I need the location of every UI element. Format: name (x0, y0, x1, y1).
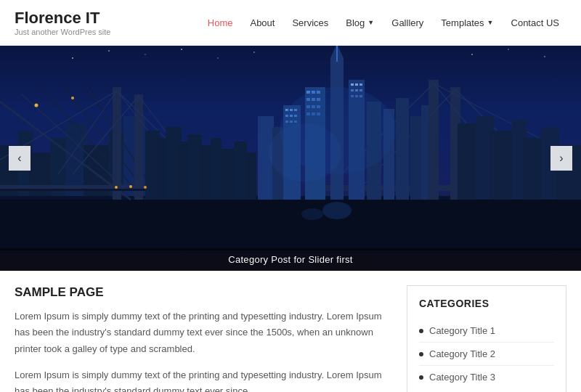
svg-point-109 (322, 202, 352, 219)
city-skyline (0, 46, 581, 250)
svg-point-108 (71, 97, 74, 99)
svg-rect-15 (113, 87, 121, 200)
svg-rect-24 (0, 189, 160, 191)
nav-item-blog[interactable]: Blog ▼ (338, 13, 381, 33)
hero-background (0, 46, 581, 271)
svg-point-97 (145, 54, 146, 56)
svg-rect-51 (355, 83, 358, 86)
svg-point-98 (181, 49, 182, 50)
site-branding: Florence IT Just another WordPres site (15, 9, 110, 36)
svg-rect-62 (410, 116, 422, 200)
svg-point-102 (508, 49, 509, 51)
content-paragraph-1: Lorem Ipsum is simply dummy text of the … (15, 309, 389, 356)
svg-rect-50 (351, 83, 354, 86)
svg-rect-25 (428, 80, 439, 200)
svg-rect-77 (211, 138, 222, 200)
nav-item-gallery[interactable]: Galllery (384, 13, 431, 33)
content-area: SAMPLE PAGE Lorem Ipsum is simply dummy … (15, 285, 407, 392)
bullet-icon-1 (419, 329, 423, 333)
main-content: SAMPLE PAGE Lorem Ipsum is simply dummy … (0, 271, 581, 392)
category-label-1: Category Title 1 (429, 325, 495, 336)
slider-prev-button[interactable]: ‹ (9, 146, 31, 171)
svg-rect-63 (421, 105, 428, 200)
site-tagline: Just another WordPres site (15, 28, 110, 36)
svg-point-94 (269, 123, 341, 181)
site-header: Florence IT Just another WordPres site H… (0, 0, 581, 46)
category-list: Category Title 1 Category Title 2 Catego… (419, 319, 554, 388)
svg-rect-79 (234, 142, 247, 200)
slider-caption: Category Post for Slider first (0, 248, 581, 271)
category-label-3: Category Title 3 (429, 372, 495, 383)
categories-sidebar: CATEGORIES Category Title 1 Category Tit… (407, 285, 566, 392)
svg-point-100 (253, 52, 255, 53)
svg-rect-16 (134, 94, 143, 200)
category-item-1[interactable]: Category Title 1 (419, 319, 554, 343)
svg-point-105 (129, 185, 132, 188)
category-label-2: Category Title 2 (429, 348, 495, 359)
sidebar-title: CATEGORIES (419, 298, 554, 309)
blog-dropdown-arrow: ▼ (367, 19, 374, 26)
svg-rect-66 (490, 131, 516, 200)
svg-rect-61 (396, 98, 409, 200)
svg-point-96 (108, 50, 110, 52)
prev-arrow-icon: ‹ (17, 152, 21, 165)
nav-item-home[interactable]: Home (200, 13, 240, 33)
svg-rect-52 (359, 83, 362, 86)
svg-point-103 (544, 56, 545, 57)
svg-point-106 (144, 186, 147, 189)
content-paragraph-2: Lorem Ipsum is simply dummy text of the … (15, 367, 389, 392)
svg-point-110 (301, 208, 323, 220)
site-title: Florence IT (15, 9, 110, 28)
svg-point-101 (471, 54, 473, 55)
section-title: SAMPLE PAGE (15, 285, 389, 300)
bullet-icon-3 (419, 375, 423, 380)
hero-slider: ‹ › Category Post for Slider first (0, 46, 581, 271)
main-nav: Home About Services Blog ▼ Galllery Temp… (200, 13, 566, 33)
category-item-3[interactable]: Category Title 3 (419, 366, 554, 388)
nav-item-contact[interactable]: Contact US (504, 13, 566, 33)
nav-item-templates[interactable]: Templates ▼ (434, 13, 500, 33)
nav-item-about[interactable]: About (243, 13, 282, 33)
category-item-2[interactable]: Category Title 2 (419, 343, 554, 366)
svg-rect-0 (0, 196, 581, 250)
svg-point-104 (115, 186, 118, 189)
svg-rect-80 (245, 152, 256, 200)
templates-dropdown-arrow: ▼ (487, 19, 494, 26)
svg-point-107 (35, 104, 38, 107)
slider-next-button[interactable]: › (550, 146, 572, 171)
bullet-icon-2 (419, 352, 423, 356)
svg-point-99 (217, 58, 219, 60)
svg-point-95 (72, 57, 73, 59)
next-arrow-icon: › (559, 152, 563, 165)
nav-item-services[interactable]: Services (285, 13, 336, 33)
